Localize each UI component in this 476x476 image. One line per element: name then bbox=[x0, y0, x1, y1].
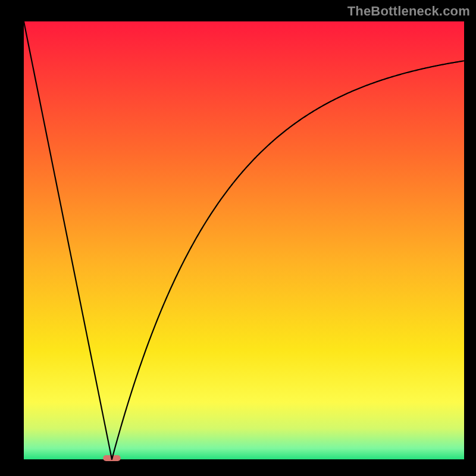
plot-layer bbox=[24, 21, 464, 461]
chart-frame: TheBottleneck.com bbox=[0, 0, 476, 476]
watermark-text: TheBottleneck.com bbox=[347, 4, 470, 19]
gradient-background bbox=[24, 21, 464, 459]
bottleneck-chart bbox=[0, 0, 476, 476]
